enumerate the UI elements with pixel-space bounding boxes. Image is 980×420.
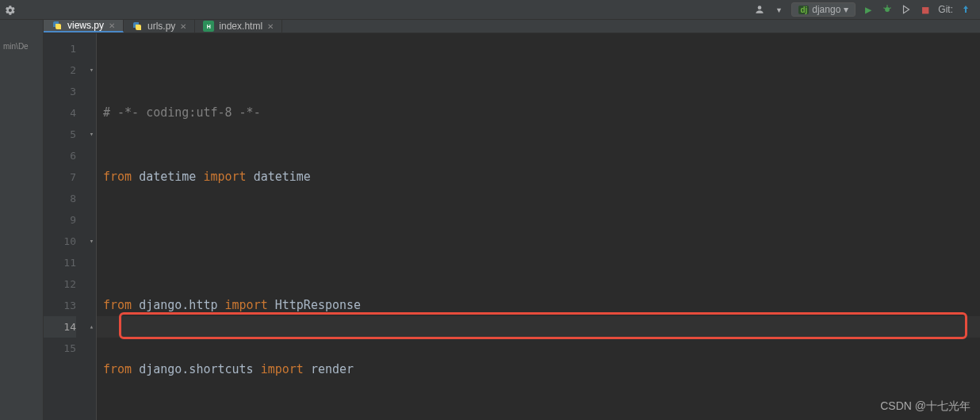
close-icon[interactable]: ✕ [109, 21, 115, 30]
line-number: 6 [44, 145, 76, 166]
line-number: 10 [44, 231, 76, 252]
close-icon[interactable]: ✕ [267, 22, 274, 31]
svg-marker-5 [904, 6, 909, 13]
watermark: CSDN @十七光年 [880, 399, 970, 414]
line-number: 11 [44, 252, 76, 273]
python-icon [52, 20, 63, 31]
stop-icon[interactable]: ■ [919, 3, 932, 16]
svg-line-3 [884, 8, 886, 9]
code-editor[interactable]: 1 2 3 4 5 6 7 8 9 10 11 12 13 14 15 ▾ [44, 33, 980, 420]
line-number: 12 [44, 273, 76, 295]
settings-icon[interactable] [0, 0, 20, 20]
line-number: 3 [44, 81, 76, 102]
svg-line-4 [890, 8, 891, 9]
line-number: 1 [44, 38, 76, 59]
line-number: 7 [44, 166, 76, 188]
line-number: 15 [44, 338, 76, 359]
line-number: 9 [44, 209, 76, 231]
editor-tabs: views.py ✕ urls.py ✕ H index.html ✕ [44, 20, 980, 33]
user-icon[interactable] [753, 3, 766, 16]
fold-end-icon[interactable]: ▴ [88, 316, 95, 338]
line-gutter: 1 2 3 4 5 6 7 8 9 10 11 12 13 14 15 [44, 33, 87, 420]
fold-icon[interactable]: ▾ [88, 59, 95, 81]
fold-icon[interactable]: ▾ [88, 231, 95, 252]
run-icon[interactable]: ▶ [862, 3, 875, 16]
code-comment: # -*- coding:utf-8 -*- [103, 105, 261, 120]
line-number: 4 [44, 102, 76, 124]
fold-column[interactable]: ▾ ▾ ▾ ▴ [87, 33, 97, 420]
run-coverage-icon[interactable] [900, 3, 913, 16]
django-icon: dj [798, 6, 809, 14]
line-number: 5 [44, 124, 76, 145]
line-number: 2 [44, 59, 76, 81]
line-number: 14 [44, 316, 76, 338]
run-config-label: django [812, 4, 840, 15]
line-number: 13 [44, 295, 76, 316]
debug-icon[interactable] [881, 3, 894, 16]
tab-index-html[interactable]: H index.html ✕ [195, 20, 282, 32]
svg-point-0 [758, 6, 762, 10]
git-label: Git: [938, 4, 953, 15]
html-icon: H [203, 21, 214, 32]
line-number: 8 [44, 188, 76, 209]
git-update-icon[interactable] [959, 3, 972, 16]
tab-label: urls.py [147, 21, 175, 32]
tab-label: views.py [67, 20, 104, 31]
close-icon[interactable]: ✕ [180, 22, 186, 31]
tab-label: index.html [219, 21, 262, 32]
python-icon [132, 21, 143, 32]
fold-icon[interactable]: ▾ [88, 124, 95, 145]
project-side-panel[interactable]: min\De [0, 20, 44, 420]
dropdown-arrow-icon: ▾ [844, 4, 848, 15]
tab-views-py[interactable]: views.py ✕ [44, 20, 124, 32]
top-toolbar: ▾ dj django ▾ ▶ ■ Git: [0, 0, 980, 20]
path-fragment: min\De [3, 42, 29, 51]
chevron-down-icon[interactable]: ▾ [772, 3, 785, 16]
svg-point-1 [885, 7, 890, 12]
code-content[interactable]: # -*- coding:utf-8 -*- from datetime imp… [97, 33, 980, 420]
tab-urls-py[interactable]: urls.py ✕ [124, 20, 195, 32]
run-config-selector[interactable]: dj django ▾ [791, 2, 856, 17]
